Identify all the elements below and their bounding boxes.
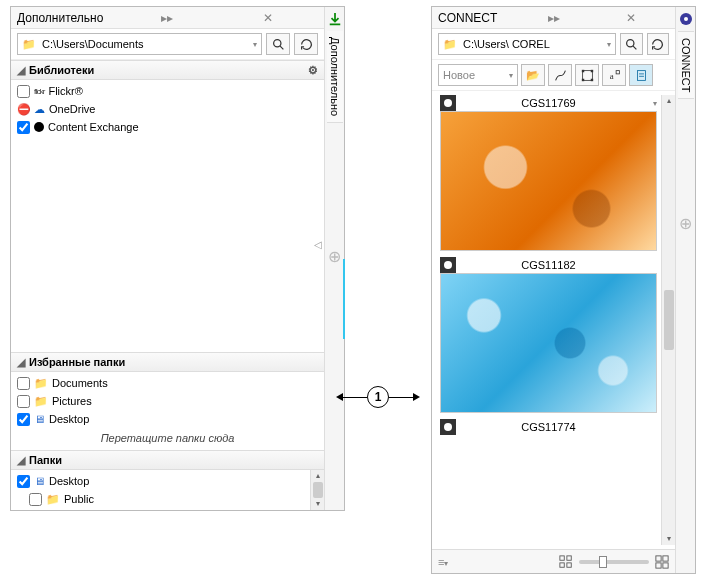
favorite-checkbox[interactable] — [17, 413, 30, 426]
resize-handle[interactable] — [343, 259, 345, 339]
sidebar-connect-icon[interactable] — [678, 11, 694, 27]
drop-hint: Перетащите папки сюда — [15, 428, 320, 448]
svg-rect-18 — [656, 555, 661, 560]
library-row-content-exchange[interactable]: Content Exchange — [15, 118, 320, 136]
libraries-header[interactable]: ◢ Библиотеки ⚙ — [11, 60, 324, 80]
results-footer: ≡▾ — [432, 549, 675, 573]
filter-bitmap-button[interactable] — [575, 64, 599, 86]
gear-icon[interactable]: ⚙ — [308, 64, 318, 77]
refresh-button[interactable] — [294, 33, 318, 55]
library-row-flickr[interactable]: flickr Flickr® — [15, 82, 320, 100]
favorite-row[interactable]: 📁 Documents — [15, 374, 320, 392]
filter-folder-button[interactable]: 📂 — [521, 64, 545, 86]
panel-sidebar: CONNECT ⊕ — [675, 7, 695, 573]
panel-close-icon[interactable]: ✕ — [592, 7, 669, 29]
splitter-handle-icon[interactable]: ◁ — [314, 239, 322, 250]
filter-select[interactable]: Новое ▾ — [438, 64, 518, 86]
scroll-down-icon[interactable]: ▾ — [667, 533, 671, 545]
onedrive-icon: ☁ — [34, 103, 45, 116]
chevron-down-icon[interactable]: ▾ — [653, 99, 657, 108]
filter-other-button[interactable] — [629, 64, 653, 86]
folder-icon: 📁 — [34, 377, 48, 390]
library-row-onedrive[interactable]: ⛔ ☁ OneDrive — [15, 100, 320, 118]
svg-rect-17 — [567, 562, 571, 566]
folder-open-icon: 📂 — [526, 69, 540, 82]
panel-collapse-icon[interactable]: ▸▸ — [117, 7, 217, 29]
path-input-wrap[interactable]: 📁 ▾ — [17, 33, 262, 55]
scroll-down-icon[interactable]: ▾ — [316, 498, 320, 510]
desktop-icon: 🖥 — [34, 475, 45, 487]
result-item[interactable]: CGS11769 ▾ — [440, 95, 657, 251]
sidebar-add-icon[interactable]: ⊕ — [327, 248, 343, 264]
arrow-right-icon — [413, 393, 420, 401]
library-label: Content Exchange — [48, 121, 139, 133]
path-input[interactable] — [461, 35, 603, 53]
folder-icon: 📁 — [22, 38, 36, 51]
result-item[interactable]: CGS11182 — [440, 257, 657, 413]
scroll-up-icon[interactable]: ▴ — [667, 95, 671, 107]
path-input-wrap[interactable]: 📁 ▾ — [438, 33, 616, 55]
panel-connect: CONNECT ▸▸ ✕ 📁 ▾ Новое ▾ 📂 — [431, 6, 696, 574]
result-thumbnail[interactable] — [440, 111, 657, 251]
desktop-icon: 🖥 — [34, 413, 45, 425]
scroll-thumb[interactable] — [313, 482, 323, 498]
scroll-up-icon[interactable]: ▴ — [316, 470, 320, 482]
list-view-icon[interactable]: ≡▾ — [438, 556, 448, 568]
library-checkbox[interactable] — [17, 85, 30, 98]
result-name: CGS11182 — [521, 259, 575, 271]
favorite-checkbox[interactable] — [17, 395, 30, 408]
sidebar-tab-additional[interactable]: Дополнительно — [327, 31, 343, 123]
svg-rect-19 — [663, 555, 668, 560]
results-list: CGS11769 ▾ CGS11182 CGS11774 ▴ — [432, 91, 675, 549]
folders-scrollbar[interactable]: ▴ ▾ — [310, 470, 324, 510]
blocked-icon: ⛔ — [17, 103, 30, 116]
path-input[interactable] — [40, 35, 249, 53]
result-type-icon — [440, 95, 456, 111]
panel-close-icon[interactable]: ✕ — [218, 7, 318, 29]
sidebar-download-icon[interactable] — [327, 11, 343, 27]
favorites-header[interactable]: ◢ Избранные папки — [11, 352, 324, 372]
folder-icon: 📁 — [443, 38, 457, 51]
favorite-row[interactable]: 📁 Pictures — [15, 392, 320, 410]
search-button[interactable] — [266, 33, 290, 55]
svg-rect-15 — [567, 555, 571, 559]
result-name: CGS11774 — [521, 421, 575, 433]
chevron-down-icon[interactable]: ▾ — [607, 40, 611, 49]
panel-title-bar: CONNECT ▸▸ ✕ — [432, 7, 675, 29]
results-scrollbar[interactable]: ▴ ▾ — [661, 95, 675, 545]
folder-checkbox[interactable] — [29, 493, 42, 506]
library-checkbox[interactable] — [17, 121, 30, 134]
chevron-down-icon[interactable]: ▾ — [253, 40, 257, 49]
svg-point-2 — [626, 39, 633, 46]
sidebar-tab-connect[interactable]: CONNECT — [678, 31, 694, 99]
scroll-thumb[interactable] — [664, 290, 674, 350]
filter-label: Новое — [443, 69, 475, 81]
panel-additional: Дополнительно ▸▸ ✕ 📁 ▾ ◢ Библиотеки ⚙ — [10, 6, 345, 511]
sidebar-add-icon[interactable]: ⊕ — [678, 216, 694, 232]
result-item[interactable]: CGS11774 — [440, 419, 657, 435]
grid-large-icon[interactable] — [655, 555, 669, 569]
svg-rect-20 — [656, 562, 661, 567]
folder-row[interactable]: 📁 Public — [15, 490, 310, 508]
folder-row[interactable]: 🖥 Desktop — [15, 472, 310, 490]
favorite-checkbox[interactable] — [17, 377, 30, 390]
folder-checkbox[interactable] — [17, 475, 30, 488]
svg-text:a: a — [609, 70, 613, 80]
search-button[interactable] — [620, 33, 643, 55]
thumbnail-size-slider[interactable] — [579, 560, 649, 564]
svg-rect-10 — [616, 70, 619, 73]
slider-thumb[interactable] — [599, 556, 607, 568]
favorite-label: Documents — [52, 377, 108, 389]
panel-collapse-icon[interactable]: ▸▸ — [515, 7, 592, 29]
refresh-button[interactable] — [647, 33, 670, 55]
result-type-icon — [440, 257, 456, 273]
result-name: CGS11769 — [521, 97, 575, 109]
grid-small-icon[interactable] — [559, 555, 573, 569]
favorite-row[interactable]: 🖥 Desktop — [15, 410, 320, 428]
content-exchange-icon — [34, 122, 44, 132]
filter-vector-button[interactable] — [548, 64, 572, 86]
path-bar: 📁 ▾ — [11, 29, 324, 60]
filter-font-button[interactable]: a — [602, 64, 626, 86]
folders-header[interactable]: ◢ Папки — [11, 450, 324, 470]
result-thumbnail[interactable] — [440, 273, 657, 413]
